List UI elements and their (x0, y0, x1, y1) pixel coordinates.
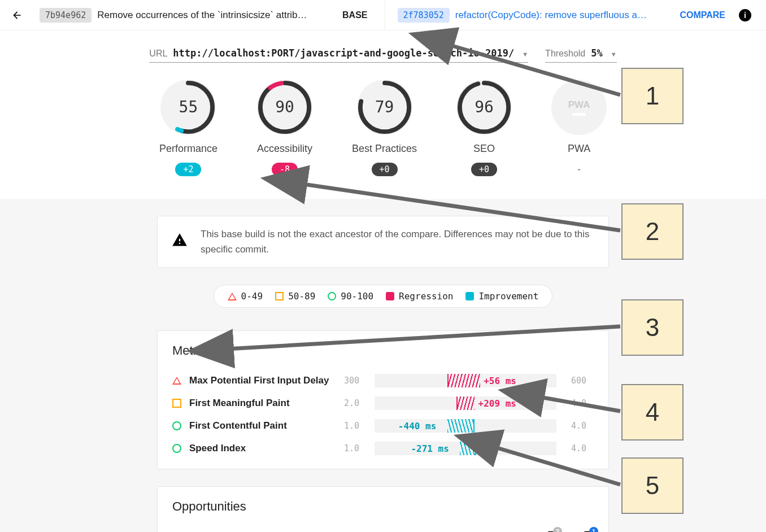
svg-line-9 (537, 396, 620, 411)
annotation-1: 1 (621, 68, 684, 124)
svg-line-10 (491, 446, 620, 485)
svg-line-8 (226, 326, 620, 349)
annotation-3: 3 (621, 299, 684, 356)
svg-line-7 (299, 184, 620, 230)
annotation-2: 2 (621, 203, 684, 260)
annotation-5: 5 (621, 457, 684, 514)
annotation-4: 4 (621, 384, 684, 441)
svg-line-6 (446, 44, 620, 95)
